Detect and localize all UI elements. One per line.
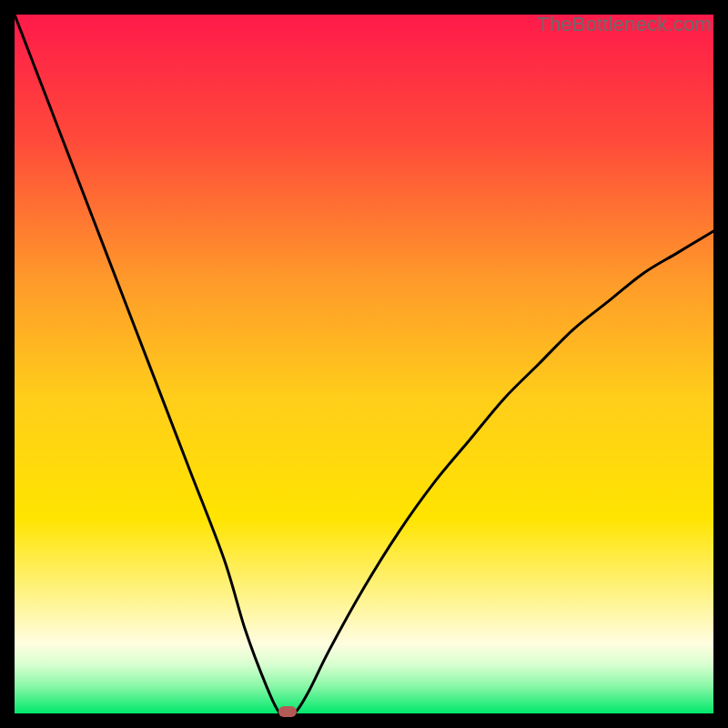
optimal-marker — [278, 706, 297, 717]
watermark-text: TheBottleneck.com — [537, 13, 712, 36]
bottleneck-plot — [15, 15, 713, 713]
gradient-background — [15, 15, 713, 713]
chart-frame: TheBottleneck.com — [15, 15, 713, 713]
